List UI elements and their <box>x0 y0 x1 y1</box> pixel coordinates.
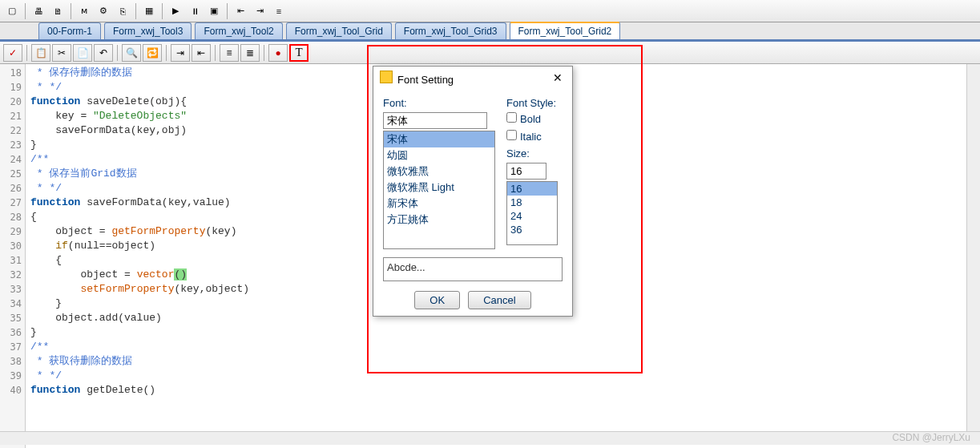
font-list[interactable]: 宋体 幼圆 微软雅黑 微软雅黑 Light 新宋体 方正姚体 <box>383 131 495 249</box>
font-button[interactable]: T <box>289 44 309 62</box>
indent-icon[interactable]: ⇥ <box>171 44 190 62</box>
watermark: CSDN @JerryLXu <box>892 432 970 443</box>
line-gutter: 1819202122232425262728293031323334353637… <box>0 64 26 448</box>
font-option[interactable]: 微软雅黑 Light <box>384 180 494 196</box>
font-setting-dialog: Font Setting ✕ Font: 宋体 幼圆 微软雅黑 微软雅黑 Lig… <box>373 66 573 317</box>
step-icon[interactable]: ⇤ <box>232 2 249 20</box>
bookmark-icon[interactable]: ⎘ <box>114 2 131 20</box>
horizontal-scrollbar[interactable] <box>0 431 980 445</box>
cut-icon[interactable]: ✂ <box>52 44 71 62</box>
undo-icon[interactable]: ↶ <box>94 44 113 62</box>
replace-icon[interactable]: ⚙ <box>95 2 112 20</box>
stop-icon[interactable]: ▣ <box>205 2 223 20</box>
size-list[interactable]: 16 18 24 36 <box>506 181 558 245</box>
record-icon[interactable]: ● <box>268 44 288 62</box>
comment-icon[interactable]: ≡ <box>220 44 239 62</box>
tab-grid3[interactable]: Form_xwj_Tool_Grid3 <box>395 22 506 39</box>
vertical-scrollbar[interactable] <box>966 64 980 431</box>
cancel-button[interactable]: Cancel <box>468 291 530 309</box>
print-icon[interactable]: 🖶 <box>30 2 47 20</box>
size-input[interactable] <box>506 163 546 180</box>
grid-icon[interactable]: ▦ <box>140 2 158 20</box>
tab-bar: 00-Form-1 Form_xwj_Tool3 Form_xwj_Tool2 … <box>0 22 980 42</box>
font-input[interactable] <box>383 112 487 129</box>
step-icon[interactable]: ⇥ <box>251 2 268 20</box>
font-option[interactable]: 新宋体 <box>384 196 494 212</box>
tab-form1[interactable]: 00-Form-1 <box>38 22 101 39</box>
size-option[interactable]: 18 <box>507 196 557 209</box>
check-icon[interactable]: ✓ <box>3 44 22 62</box>
bold-checkbox[interactable]: Bold <box>506 112 563 125</box>
ok-button[interactable]: OK <box>414 291 460 309</box>
font-option[interactable]: 方正姚体 <box>384 212 494 228</box>
replace2-icon[interactable]: 🔁 <box>143 44 162 62</box>
tab-grid2[interactable]: Form_xwj_Tool_Grid2 <box>510 22 621 39</box>
italic-checkbox[interactable]: Italic <box>506 130 563 143</box>
copy-icon[interactable]: 📋 <box>31 44 50 62</box>
style-label: Font Style: <box>506 97 563 109</box>
preview-icon[interactable]: 🗎 <box>49 2 67 20</box>
size-option[interactable]: 16 <box>507 182 557 196</box>
preview-box: Abcde... <box>383 257 563 281</box>
find2-icon[interactable]: 🔍 <box>122 44 141 62</box>
editor-toolbar: ✓ 📋 ✂ 📄 ↶ 🔍 🔁 ⇥ ⇤ ≡ ≣ ● T <box>0 42 980 64</box>
main-toolbar: ▢ 🖶 🗎 ᴍ ⚙ ⎘ ▦ ▶ ⏸ ▣ ⇤ ⇥ ≡ <box>0 0 980 22</box>
size-option[interactable]: 36 <box>507 223 557 236</box>
find-icon[interactable]: ᴍ <box>75 2 93 20</box>
close-icon[interactable]: ✕ <box>550 70 566 86</box>
font-label: Font: <box>383 97 495 109</box>
pause-icon[interactable]: ⏸ <box>186 2 204 20</box>
tool-btn[interactable]: ▢ <box>3 2 21 20</box>
step-icon[interactable]: ≡ <box>270 2 288 20</box>
dialog-title: Font Setting <box>397 74 454 86</box>
uncomment-icon[interactable]: ≣ <box>240 44 260 62</box>
play-icon[interactable]: ▶ <box>167 2 184 20</box>
font-option[interactable]: 幼圆 <box>384 147 494 163</box>
font-option[interactable]: 宋体 <box>384 131 494 147</box>
size-label: Size: <box>506 147 563 159</box>
font-option[interactable]: 微软雅黑 <box>384 163 494 180</box>
tab-tool2[interactable]: Form_xwj_Tool2 <box>195 22 282 39</box>
size-option[interactable]: 24 <box>507 209 557 223</box>
dialog-titlebar[interactable]: Font Setting ✕ <box>373 67 572 89</box>
paste-icon[interactable]: 📄 <box>73 44 92 62</box>
tab-grid[interactable]: Form_xwj_Tool_Grid <box>286 22 392 39</box>
outdent-icon[interactable]: ⇤ <box>192 44 211 62</box>
tab-tool3[interactable]: Form_xwj_Tool3 <box>104 22 192 39</box>
app-icon <box>380 71 393 83</box>
